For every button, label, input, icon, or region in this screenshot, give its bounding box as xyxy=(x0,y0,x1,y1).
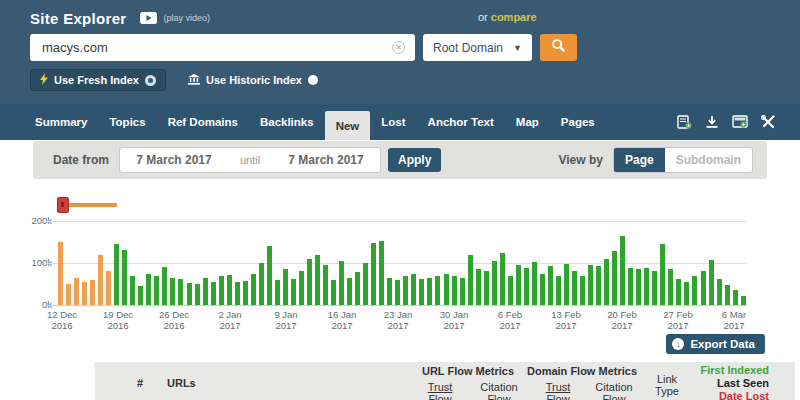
column-domain-trust-flow[interactable]: TrustFlow xyxy=(546,382,571,400)
chart-bar xyxy=(701,271,706,305)
chart-bar xyxy=(251,274,256,306)
date-from-input[interactable]: 7 March 2017 xyxy=(120,153,228,167)
chart-bar xyxy=(90,280,95,305)
chart-bar xyxy=(379,241,384,305)
view-by-toggle: Page Subdomain xyxy=(613,147,753,173)
compare-link[interactable]: compare xyxy=(491,11,537,23)
site-explorer-page: Site Explorer (play video) orcompare ✕ R… xyxy=(0,0,800,400)
tab-map[interactable]: Map xyxy=(505,104,550,140)
report-icon[interactable] xyxy=(677,115,692,129)
date-to-input[interactable]: 7 March 2017 xyxy=(272,153,380,167)
chart-bar xyxy=(82,282,87,305)
column-hash: # xyxy=(137,377,143,389)
search-button[interactable] xyxy=(540,34,577,61)
chart-bar xyxy=(315,255,320,305)
header: Site Explorer (play video) orcompare ✕ R… xyxy=(0,0,800,104)
column-link-type: LinkType xyxy=(655,374,679,397)
x-tick-label: 13 Feb2017 xyxy=(551,309,581,331)
column-url-citation-flow[interactable]: CitationFlow xyxy=(480,382,517,400)
x-tick-label: 27 Feb2017 xyxy=(663,309,693,331)
chart-bar xyxy=(709,260,714,305)
tab-pages[interactable]: Pages xyxy=(550,104,606,140)
x-tick-label: 26 Dec2016 xyxy=(159,309,189,331)
first-indexed-label: First Indexed xyxy=(701,364,769,377)
chart-bar xyxy=(347,278,352,305)
date-range-slider xyxy=(57,197,117,213)
chart-bar xyxy=(187,283,192,305)
chart-bar xyxy=(355,272,360,305)
chart-bar xyxy=(114,244,119,305)
chart-bar xyxy=(259,263,264,305)
page-title: Site Explorer xyxy=(30,10,126,27)
tab-new[interactable]: New xyxy=(325,111,371,140)
tab-lost[interactable]: Lost xyxy=(370,104,416,140)
tools-icon[interactable] xyxy=(761,115,776,129)
x-tick-label: 6 Mar2017 xyxy=(722,309,746,331)
x-tick-label: 16 Jan2017 xyxy=(328,309,357,331)
tab-summary[interactable]: Summary xyxy=(24,104,98,140)
chart-bar xyxy=(299,271,304,305)
chart-bar xyxy=(652,271,657,305)
x-tick-label: 23 Jan2017 xyxy=(384,309,413,331)
chart-bar xyxy=(323,265,328,305)
radio-selected-icon xyxy=(145,75,156,86)
tab-topics[interactable]: Topics xyxy=(98,104,156,140)
use-historic-index-label: Use Historic Index xyxy=(206,74,302,86)
group-url-flow-metrics: URL Flow Metrics xyxy=(422,366,514,378)
or-label: or xyxy=(478,11,488,23)
radio-icon xyxy=(308,75,318,85)
column-url-trust-flow[interactable]: TrustFlow xyxy=(428,382,453,400)
apply-button[interactable]: Apply xyxy=(388,148,441,172)
play-video-link[interactable]: (play video) xyxy=(163,13,210,23)
use-historic-index-button[interactable]: Use Historic Index xyxy=(184,71,322,90)
chart-bar xyxy=(564,264,569,305)
clear-icon[interactable]: ✕ xyxy=(392,41,405,54)
export-data-button[interactable]: ↓ Export Data xyxy=(666,334,765,354)
view-by-subdomain-option[interactable]: Subdomain xyxy=(665,148,752,172)
chart-bar xyxy=(363,263,368,305)
use-fresh-index-button[interactable]: Use Fresh Index xyxy=(30,69,166,91)
chart-bar xyxy=(435,276,440,305)
export-icon: ↓ xyxy=(672,338,684,350)
chart-bar xyxy=(644,268,649,305)
scope-select[interactable]: Root Domain ▼ xyxy=(423,34,532,61)
screenshot-icon[interactable] xyxy=(732,115,748,129)
chart-bar xyxy=(588,265,593,305)
chart-bar xyxy=(717,279,722,305)
chart-bar xyxy=(170,278,175,305)
slider-handle-icon[interactable] xyxy=(57,197,69,213)
chart-bar xyxy=(468,255,473,305)
chart-bar xyxy=(684,282,689,305)
chart-bar xyxy=(403,276,408,305)
last-seen-label: Last Seen xyxy=(701,377,769,390)
tab-backlinks[interactable]: Backlinks xyxy=(249,104,325,140)
date-from-label: Date from xyxy=(53,153,109,167)
export-data-label: Export Data xyxy=(690,338,755,350)
chart-bar xyxy=(580,276,585,305)
x-tick-label: 6 Feb2017 xyxy=(498,309,522,331)
search-input[interactable] xyxy=(40,39,392,56)
play-video-icon[interactable] xyxy=(140,12,157,24)
caret-down-icon: ▼ xyxy=(513,43,522,53)
chart-bar xyxy=(628,268,633,305)
chart-bar xyxy=(227,275,232,305)
column-domain-citation-flow[interactable]: CitationFlow xyxy=(595,382,632,400)
x-tick-label: 2 Jan2017 xyxy=(218,309,241,331)
chart-bar xyxy=(508,276,513,305)
chart-bar xyxy=(130,276,135,305)
chart-bar xyxy=(572,271,577,305)
chart-bar xyxy=(444,274,449,306)
bank-icon xyxy=(188,74,200,87)
tab-anchor-text[interactable]: Anchor Text xyxy=(417,104,505,140)
chart-bar xyxy=(548,266,553,305)
chart-bar xyxy=(307,259,312,305)
chart-bar xyxy=(500,253,505,306)
chart-bar xyxy=(235,282,240,305)
download-icon[interactable] xyxy=(705,115,719,129)
filter-bar: Date from 7 March 2017 until 7 March 201… xyxy=(33,141,767,179)
chart-bar xyxy=(66,284,71,305)
view-by-page-option[interactable]: Page xyxy=(614,148,665,172)
chart-bar xyxy=(162,267,167,305)
chart-bar xyxy=(556,276,561,305)
tab-ref-domains[interactable]: Ref Domains xyxy=(157,104,249,140)
